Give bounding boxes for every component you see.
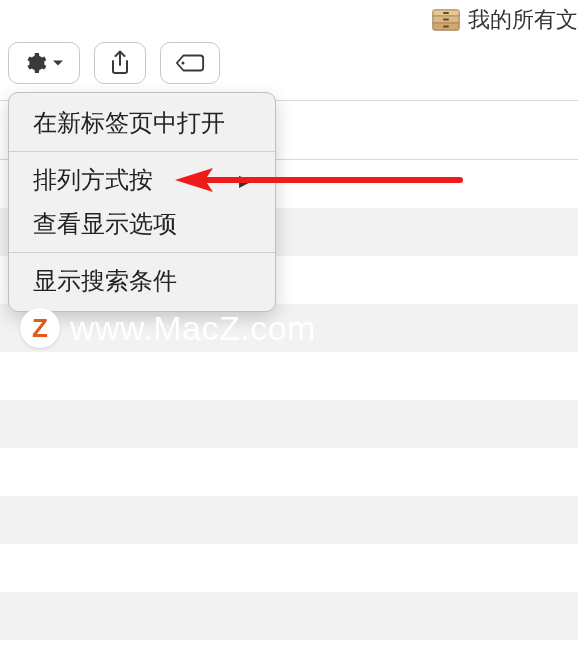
watermark-badge: Z bbox=[20, 308, 60, 348]
table-row[interactable] bbox=[0, 592, 578, 640]
table-row[interactable] bbox=[0, 496, 578, 544]
action-menu-button[interactable] bbox=[8, 42, 80, 84]
watermark: Z www.MacZ.com bbox=[20, 308, 316, 348]
menu-item-show-search-criteria[interactable]: 显示搜索条件 bbox=[9, 259, 275, 303]
share-icon bbox=[109, 50, 131, 76]
svg-rect-5 bbox=[443, 19, 449, 21]
table-row[interactable] bbox=[0, 352, 578, 400]
menu-item-label: 排列方式按 bbox=[33, 164, 153, 196]
window-title: 我的所有文 bbox=[468, 5, 578, 35]
chevron-down-icon bbox=[51, 56, 65, 70]
table-row[interactable] bbox=[0, 400, 578, 448]
menu-item-view-options[interactable]: 查看显示选项 bbox=[9, 202, 275, 246]
tag-button[interactable] bbox=[160, 42, 220, 84]
window-title-bar: 我的所有文 bbox=[432, 0, 578, 40]
menu-item-open-new-tab[interactable]: 在新标签页中打开 bbox=[9, 101, 275, 145]
menu-item-label: 在新标签页中打开 bbox=[33, 107, 225, 139]
svg-rect-6 bbox=[443, 26, 449, 28]
menu-item-label: 查看显示选项 bbox=[33, 208, 177, 240]
share-button[interactable] bbox=[94, 42, 146, 84]
toolbar bbox=[8, 42, 220, 84]
action-context-menu: 在新标签页中打开 排列方式按 ▶ 查看显示选项 显示搜索条件 bbox=[8, 92, 276, 312]
svg-point-7 bbox=[181, 62, 184, 65]
submenu-arrow-icon: ▶ bbox=[239, 171, 251, 190]
table-row[interactable] bbox=[0, 640, 578, 663]
all-documents-icon bbox=[432, 9, 460, 31]
menu-item-label: 显示搜索条件 bbox=[33, 265, 177, 297]
svg-rect-4 bbox=[443, 12, 449, 14]
menu-item-sort-by[interactable]: 排列方式按 ▶ bbox=[9, 158, 275, 202]
menu-separator bbox=[9, 252, 275, 253]
tag-icon bbox=[175, 52, 205, 74]
menu-separator bbox=[9, 151, 275, 152]
table-row[interactable] bbox=[0, 448, 578, 496]
gear-icon bbox=[23, 51, 47, 75]
table-row[interactable] bbox=[0, 544, 578, 592]
watermark-text: www.MacZ.com bbox=[70, 309, 316, 348]
